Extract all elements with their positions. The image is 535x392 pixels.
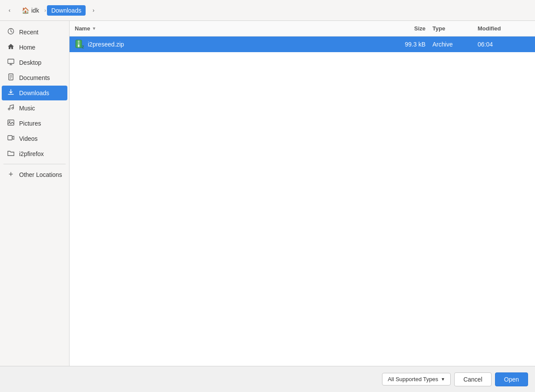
sidebar-separator [3,164,66,164]
sidebar-item-music[interactable]: Music [2,101,67,116]
column-name[interactable]: Name ▼ [75,25,382,32]
sidebar-item-downloads[interactable]: Downloads [2,86,67,100]
pictures-icon [7,119,15,128]
file-type: Archive [425,41,478,48]
sidebar: Recent Home Desktop [0,21,70,366]
sidebar-item-home[interactable]: Home [2,40,67,55]
main-content: Recent Home Desktop [0,21,535,366]
sidebar-label-i2pfirefox: i2pfirefox [19,150,44,157]
svg-text:ZIP: ZIP [82,45,84,49]
column-modified[interactable]: Modified [478,25,530,32]
breadcrumb-downloads[interactable]: Downloads [47,5,86,16]
sidebar-item-i2pfirefox[interactable]: i2pfirefox [2,146,67,161]
sidebar-label-music: Music [19,105,35,112]
file-name: i2preseed.zip [88,41,124,48]
folder-icon [7,149,15,158]
supported-types-label: All Supported Types [388,376,438,382]
svg-point-12 [9,121,10,123]
zip-file-icon: ZIP [75,40,84,49]
sidebar-item-desktop[interactable]: Desktop [2,55,67,70]
breadcrumb-idk[interactable]: 🏠 idk [17,5,43,16]
videos-icon [7,134,15,143]
file-list-header: Name ▼ Size Type Modified [70,21,535,37]
sidebar-label-home: Home [19,44,35,51]
downloads-icon [7,89,15,97]
sidebar-label-pictures: Pictures [19,120,41,127]
recent-icon [7,28,15,37]
sidebar-item-documents[interactable]: Documents [2,70,67,85]
column-type[interactable]: Type [425,25,478,32]
file-area: Name ▼ Size Type Modified [70,21,535,366]
file-size: 99.3 kB [382,41,425,48]
documents-icon [7,73,15,82]
breadcrumb-downloads-label: Downloads [51,7,81,14]
svg-point-9 [8,108,10,110]
file-name-cell: ZIP i2preseed.zip [75,40,382,49]
home-sidebar-icon [7,43,15,52]
desktop-icon [7,58,15,67]
column-size[interactable]: Size [382,25,425,32]
bottombar: All Supported Types ▼ Cancel Open [0,366,535,392]
other-locations-icon: + [7,170,15,179]
forward-button[interactable]: › [87,4,100,17]
chevron-down-icon: ▼ [441,377,445,382]
music-icon [7,104,15,113]
file-modified: 06:04 [478,41,530,48]
breadcrumb-separator: › [44,7,46,13]
svg-rect-17 [78,41,80,42]
sidebar-label-documents: Documents [19,74,50,81]
home-icon: 🏠 [22,7,29,14]
back-button[interactable]: ‹ [3,4,16,17]
sidebar-item-recent[interactable]: Recent [2,25,67,40]
sidebar-label-other-locations: Other Locations [19,171,62,178]
cancel-button[interactable]: Cancel [454,372,492,386]
svg-point-21 [78,45,80,47]
svg-point-10 [12,107,13,109]
file-list: ZIP i2preseed.zip 99.3 kB Archive 06:04 [70,37,535,366]
sidebar-label-desktop: Desktop [19,59,41,66]
sort-arrow-icon: ▼ [92,26,96,31]
svg-rect-13 [8,136,12,140]
svg-rect-18 [78,43,80,43]
breadcrumb: 🏠 idk › Downloads [17,5,86,16]
file-chooser-dialog: ‹ 🏠 idk › Downloads › [0,0,535,392]
open-button[interactable]: Open [495,372,528,386]
breadcrumb-idk-label: idk [31,7,39,14]
topbar: ‹ 🏠 idk › Downloads › [0,0,535,21]
sidebar-label-recent: Recent [19,29,38,36]
supported-types-button[interactable]: All Supported Types ▼ [382,373,451,385]
sidebar-item-other-locations[interactable]: + Other Locations [2,167,67,182]
sidebar-item-pictures[interactable]: Pictures [2,116,67,131]
sidebar-label-downloads: Downloads [19,90,49,96]
sidebar-item-videos[interactable]: Videos [2,131,67,146]
table-row[interactable]: ZIP i2preseed.zip 99.3 kB Archive 06:04 [70,37,535,52]
svg-rect-1 [8,59,14,63]
sidebar-label-videos: Videos [19,135,38,142]
